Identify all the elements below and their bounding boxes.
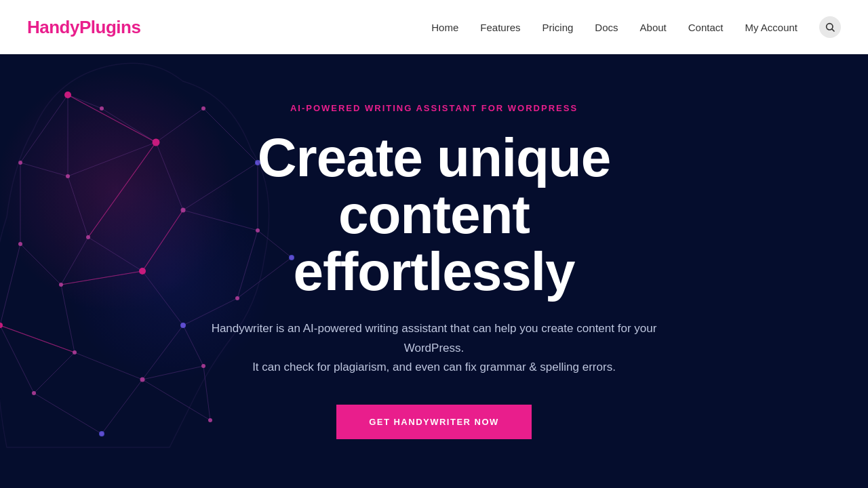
site-logo[interactable]: HandyPlugins (27, 17, 140, 38)
nav-item-my-account[interactable]: My Account (745, 22, 797, 33)
svg-line-47 (0, 325, 75, 352)
hero-section: AI-POWERED WRITING ASSISTANT FOR WORDPRE… (0, 54, 868, 488)
hero-cta-button[interactable]: GET HANDYWRITER NOW (336, 405, 532, 439)
nav-item-contact[interactable]: Contact (688, 22, 724, 33)
hero-title-line1: Create unique content (258, 127, 610, 245)
svg-point-71 (64, 92, 71, 98)
svg-point-65 (32, 391, 36, 395)
hero-desc-line1: Handywriter is an AI-powered writing ass… (212, 322, 657, 354)
search-icon[interactable] (819, 16, 841, 38)
hero-description: Handywriter is an AI-powered writing ass… (197, 319, 671, 378)
svg-line-34 (34, 393, 102, 434)
nav-item-features[interactable]: Features (480, 22, 520, 33)
hero-content: AI-POWERED WRITING ASSISTANT FOR WORDPRE… (129, 103, 739, 440)
nav-item-pricing[interactable]: Pricing (542, 22, 574, 33)
logo-text: HandyPlugins (27, 17, 140, 37)
svg-line-31 (34, 352, 75, 393)
hero-title: Create unique content effortlessly (156, 129, 712, 300)
svg-point-60 (73, 350, 77, 354)
svg-line-29 (0, 244, 20, 325)
svg-point-54 (86, 235, 90, 239)
svg-line-1 (832, 29, 834, 31)
nav-item-home[interactable]: Home (431, 22, 458, 33)
main-nav: Home Features Pricing Docs About Contact… (431, 16, 841, 38)
site-header: HandyPlugins Home Features Pricing Docs … (0, 0, 868, 54)
svg-point-63 (18, 242, 22, 246)
hero-desc-line2: It can check for plagiarism, and even ca… (252, 361, 616, 373)
hero-title-line2: effortlessly (294, 241, 575, 302)
svg-point-67 (100, 106, 104, 110)
nav-item-about[interactable]: About (640, 22, 667, 33)
nav-item-docs[interactable]: Docs (595, 22, 618, 33)
svg-point-61 (59, 283, 63, 287)
hero-eyebrow: AI-POWERED WRITING ASSISTANT FOR WORDPRE… (156, 103, 712, 113)
svg-point-78 (99, 431, 104, 436)
svg-point-55 (66, 174, 70, 178)
